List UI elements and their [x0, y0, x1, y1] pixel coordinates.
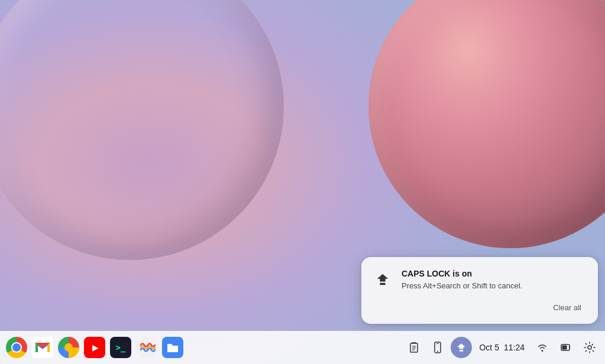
- wallpaper-sphere-right: [368, 0, 605, 248]
- caps-lock-notification: CAPS LOCK is on Press Alt+Search or Shif…: [361, 257, 598, 324]
- time-display: 11:24: [504, 343, 525, 352]
- svg-point-15: [588, 346, 591, 349]
- notification-content: CAPS LOCK is on Press Alt+Search or Shif…: [373, 269, 586, 291]
- wifi-tray-icon[interactable]: [532, 337, 553, 358]
- wifi-icon: [536, 342, 548, 353]
- youtube-app-icon[interactable]: [83, 336, 106, 359]
- taskbar: >_: [0, 331, 605, 364]
- svg-point-2: [64, 343, 73, 352]
- youtube-icon: [84, 337, 105, 358]
- caps-lock-tray-button[interactable]: [451, 337, 472, 358]
- date-display: Oct 5: [479, 343, 499, 352]
- svg-point-10: [437, 351, 438, 352]
- files-app-icon[interactable]: [161, 336, 185, 359]
- date-time-tray[interactable]: Oct 5 11:24: [474, 340, 529, 355]
- settings-icon: [584, 342, 596, 353]
- clear-all-button[interactable]: Clear all: [548, 301, 586, 314]
- terminal-app-icon[interactable]: >_: [109, 336, 132, 359]
- caps-lock-tray-icon: [455, 342, 467, 353]
- terminal-icon: >_: [110, 337, 131, 358]
- clipboard-icon: [408, 342, 420, 353]
- files-icon: [162, 337, 183, 358]
- gmail-icon: [32, 337, 53, 358]
- chrome-app-icon[interactable]: [5, 336, 28, 359]
- clipboard-tray-icon[interactable]: [403, 337, 425, 358]
- taskbar-tray: Oct 5 11:24: [403, 337, 600, 358]
- notification-text: CAPS LOCK is on Press Alt+Search or Shif…: [402, 269, 586, 291]
- waves-icon: [136, 337, 157, 358]
- notification-actions: Clear all: [373, 301, 586, 314]
- battery-icon: [560, 342, 572, 353]
- caps-lock-icon: [373, 270, 392, 289]
- phone-tray-icon[interactable]: [427, 337, 448, 358]
- photos-icon: [58, 337, 79, 358]
- notification-body: Press Alt+Search or Shift to cancel.: [402, 281, 586, 291]
- photos-app-icon[interactable]: [57, 336, 80, 359]
- taskbar-apps: >_: [5, 336, 185, 359]
- settings-tray-icon[interactable]: [579, 337, 600, 358]
- gmail-app-icon[interactable]: [31, 336, 54, 359]
- svg-rect-0: [380, 283, 385, 285]
- chrome-icon: [6, 337, 27, 358]
- svg-rect-14: [562, 346, 567, 350]
- battery-tray-icon[interactable]: [555, 337, 577, 358]
- svg-rect-12: [460, 350, 464, 352]
- phone-icon: [432, 342, 444, 353]
- wallpaper-sphere-left: [0, 0, 284, 260]
- notification-title: CAPS LOCK is on: [402, 269, 586, 278]
- waves-app-icon[interactable]: [135, 336, 158, 359]
